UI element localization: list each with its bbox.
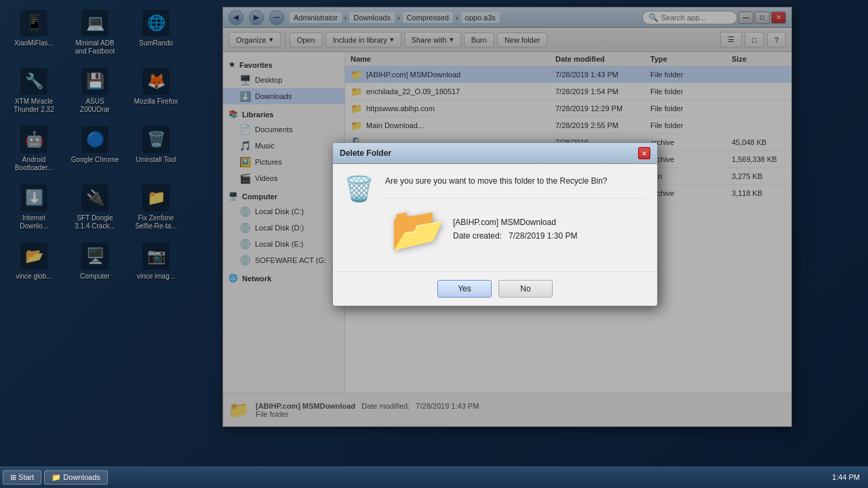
dialog-overlay: Delete Folder ✕ 🗑️ Are you sure you want… (0, 0, 868, 488)
desktop: 📱 XiaoMiFlas... 💻 Minimal ADB and Fastbo… (0, 0, 868, 488)
no-button[interactable]: No (498, 280, 553, 298)
taskbar-time: 1:44 PM (827, 473, 865, 481)
dialog-close-button[interactable]: ✕ (638, 147, 650, 159)
folder-preview-icon: 📂 (391, 204, 445, 255)
dialog-buttons: Yes No (333, 271, 657, 306)
start-button[interactable]: ⊞ Start (3, 470, 41, 485)
delete-dialog: Delete Folder ✕ 🗑️ Are you sure you want… (332, 142, 658, 306)
folder-preview-date: Date created: 7/28/2019 1:30 PM (453, 230, 577, 243)
dialog-content: Are you sure you want to move this folde… (385, 175, 646, 260)
folder-preview-info: [ABIHP.com] MSMDownload Date created: 7/… (453, 216, 577, 242)
dialog-folder-preview: 📂 [ABIHP.com] MSMDownload Date created: … (385, 198, 646, 260)
yes-button[interactable]: Yes (437, 280, 492, 298)
taskbar: ⊞ Start 📁 Downloads 1:44 PM (0, 466, 868, 488)
dialog-title: Delete Folder (340, 148, 391, 158)
recycle-bin-icon: 🗑️ (344, 175, 374, 203)
dialog-icon-area: 🗑️ (344, 175, 374, 203)
dialog-body: 🗑️ Are you sure you want to move this fo… (333, 164, 657, 271)
dialog-title-bar: Delete Folder ✕ (333, 143, 657, 164)
taskbar-explorer-button[interactable]: 📁 Downloads (44, 470, 107, 485)
dialog-message: Are you sure you want to move this folde… (385, 175, 646, 187)
folder-preview-name: [ABIHP.com] MSMDownload (453, 216, 577, 229)
